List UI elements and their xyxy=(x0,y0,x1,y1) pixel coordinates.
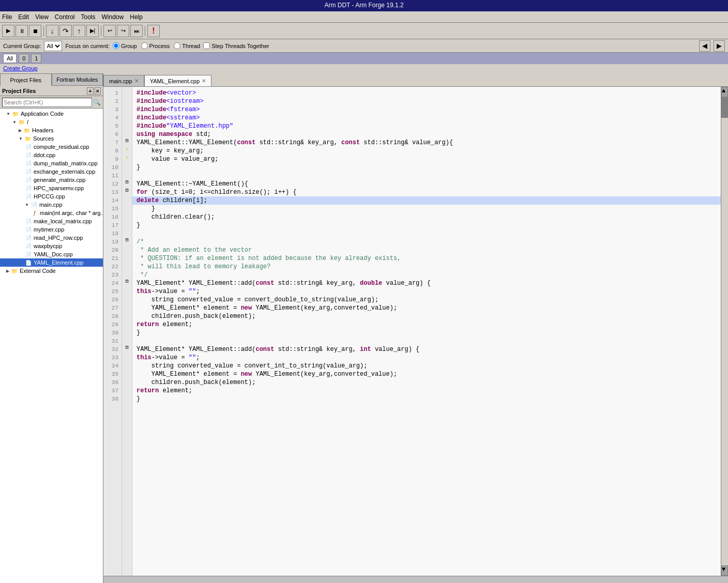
create-group-link[interactable]: Create Group xyxy=(3,65,38,71)
tree-item-mytimer[interactable]: 📄 mytimer.cpp xyxy=(0,225,103,234)
radio-process-input[interactable] xyxy=(141,42,148,49)
nav-next-button[interactable]: ▶ xyxy=(714,40,725,52)
tree-item-hpc-sparsemv[interactable]: 📄 HPC_sparsemv.cpp xyxy=(0,184,103,192)
process-badge-0[interactable]: 0 xyxy=(19,54,29,63)
tree-item-application-code[interactable]: ▼ 📁 Application Code xyxy=(0,110,103,118)
scrollbar-down-button[interactable]: ▼ xyxy=(721,565,728,576)
tree-item-headers[interactable]: ▶ 📁 Headers xyxy=(0,126,103,134)
tree-item-external-code[interactable]: ▶ 📁 External Code xyxy=(0,267,103,275)
menu-edit[interactable]: Edit xyxy=(18,13,29,21)
file-icon: 📄 xyxy=(25,185,32,192)
sidebar-expand-icon[interactable]: + xyxy=(87,87,93,95)
ffwd-button[interactable]: ⏭ xyxy=(130,25,143,37)
code-line-30: } xyxy=(132,329,721,337)
tree-item-dump-matlab[interactable]: 📄 dump_matlab_matrix.cpp xyxy=(0,159,103,167)
tree-label: YAML_Doc.cpp xyxy=(34,251,73,257)
menu-tools[interactable]: Tools xyxy=(81,13,96,21)
code-content[interactable]: #include <vector> #include <iostream> #i… xyxy=(132,87,721,576)
radio-thread-input[interactable] xyxy=(174,42,180,49)
tree-item-read-hpc-row[interactable]: 📄 read_HPC_row.cpp xyxy=(0,234,103,242)
scrollbar-thumb[interactable] xyxy=(721,97,728,118)
code-tab-yaml-element[interactable]: YAML_Element.cpp ✕ xyxy=(144,75,211,86)
tree-item-hpccg[interactable]: 📄 HPCCG.cpp xyxy=(0,192,103,201)
step-threads-together-checkbox[interactable] xyxy=(203,42,210,49)
search-input[interactable] xyxy=(2,98,92,107)
run-to-button[interactable]: ▶| xyxy=(86,25,99,37)
menu-window[interactable]: Window xyxy=(102,13,124,21)
tree-item-make-local-matrix[interactable]: 📄 make_local_matrix.cpp xyxy=(0,217,103,225)
menu-view[interactable]: View xyxy=(35,13,49,21)
gutter-32: ⊟ xyxy=(122,343,132,351)
step-into-button[interactable]: ↓ xyxy=(46,25,58,37)
tab-project-files[interactable]: Project Files xyxy=(0,73,52,86)
toolbar: ▶ ⏸ ⏹ ↓ ↷ ↑ ▶| ↩ ↪ ⏭ ! xyxy=(0,23,728,39)
line-num-34: 34 xyxy=(103,362,122,370)
radio-group-input[interactable] xyxy=(113,42,119,49)
tree-item-main[interactable]: ▼ 📄 main.cpp xyxy=(0,201,103,209)
play-button[interactable]: ▶ xyxy=(2,25,14,37)
line-num-26: 26 xyxy=(103,296,122,304)
scrollbar-track[interactable] xyxy=(721,97,728,565)
gutter-14 xyxy=(122,194,132,203)
step-threads-together-label[interactable]: Step Threads Together xyxy=(203,42,269,49)
line-num-5: 5 xyxy=(103,122,122,130)
pause-button[interactable]: ⏸ xyxy=(16,25,28,37)
close-yaml-tab-icon[interactable]: ✕ xyxy=(202,78,206,84)
close-main-tab-icon[interactable]: ✕ xyxy=(134,78,139,84)
stop-button[interactable]: ⏹ xyxy=(29,25,41,37)
tree-item-generate-matrix[interactable]: 📄 generate_matrix.cpp xyxy=(0,176,103,184)
tree-item-exchange-externals[interactable]: 📄 exchange_externals.cpp xyxy=(0,167,103,176)
tree-item-compute-residual[interactable]: 📄 compute_residual.cpp xyxy=(0,143,103,151)
horizontal-scrollbar[interactable] xyxy=(103,576,728,583)
tree-item-yaml-doc[interactable]: 📄 YAML_Doc.cpp xyxy=(0,250,103,258)
group-select[interactable]: All xyxy=(44,41,62,51)
process-all-badge[interactable]: All xyxy=(3,54,17,63)
menu-control[interactable]: Control xyxy=(55,13,75,21)
vertical-scrollbar[interactable]: ▲ ▼ xyxy=(721,87,728,576)
radio-process-label[interactable]: Process xyxy=(141,42,170,49)
radio-thread-label[interactable]: Thread xyxy=(174,42,200,49)
sidebar-header: Project Files + × xyxy=(0,86,103,96)
code-line-11 xyxy=(132,172,721,180)
tree-item-waxpby[interactable]: 📄 waxpbycpp xyxy=(0,242,103,250)
title-bar: Arm DDT - Arm Forge 19.1.2 xyxy=(0,0,728,11)
gutter-22 xyxy=(122,260,132,269)
gutter-18 xyxy=(122,227,132,236)
gutter-20 xyxy=(122,244,132,252)
menu-help[interactable]: Help xyxy=(130,13,143,21)
tree-item-sources[interactable]: ▼ 📁 Sources xyxy=(0,134,103,143)
sidebar-collapse-icon[interactable]: × xyxy=(95,87,101,95)
search-icon[interactable]: 🔍 xyxy=(93,99,101,106)
tree-item-yaml-element[interactable]: 📄 YAML_Element.cpp xyxy=(0,258,103,267)
folder-icon: 📁 xyxy=(24,135,32,142)
tree-item-main-func[interactable]: ƒ main(int argc, char * arg... xyxy=(0,209,103,217)
tree-label: / xyxy=(27,119,28,125)
gutter-36 xyxy=(122,376,132,385)
step-over-button[interactable]: ↷ xyxy=(59,25,72,37)
toolbar-separator-2 xyxy=(101,26,101,36)
gutter-13: ⊟ xyxy=(122,186,132,194)
nav-prev-button[interactable]: ◀ xyxy=(699,40,710,52)
gutter-8-warning: ⚠ xyxy=(122,145,132,153)
scrollbar-up-button[interactable]: ▲ xyxy=(721,87,728,97)
line-num-2: 2 xyxy=(103,97,122,105)
breakpoint-button[interactable]: ! xyxy=(147,25,160,37)
tree-item-root[interactable]: ▼ 📁 / xyxy=(0,118,103,126)
line-num-6: 6 xyxy=(103,130,122,139)
process-badge-1[interactable]: 1 xyxy=(31,54,41,63)
step-out-button[interactable]: ↑ xyxy=(73,25,85,37)
file-icon: 📄 xyxy=(25,168,32,175)
tree-item-ddot[interactable]: 📄 ddot.cpp xyxy=(0,151,103,159)
code-line-35: YAML_Element* element = new YAML_Element… xyxy=(132,370,721,378)
radio-group-label[interactable]: Group xyxy=(113,42,137,49)
code-line-26: string converted_value = convert_double_… xyxy=(132,296,721,304)
folder-icon: 📁 xyxy=(12,110,19,117)
step-back-button[interactable]: ↩ xyxy=(103,25,116,37)
step-back2-button[interactable]: ↪ xyxy=(117,25,129,37)
code-line-21: * QUESTION: if an element is not added b… xyxy=(132,254,721,263)
file-icon: 📄 xyxy=(25,160,32,167)
menu-file[interactable]: File xyxy=(2,13,12,21)
tab-fortran-modules[interactable]: Fortran Modules xyxy=(52,73,103,86)
code-tab-main[interactable]: main.cpp ✕ xyxy=(103,75,144,86)
gutter-9-warning: ⚠ xyxy=(122,153,132,161)
